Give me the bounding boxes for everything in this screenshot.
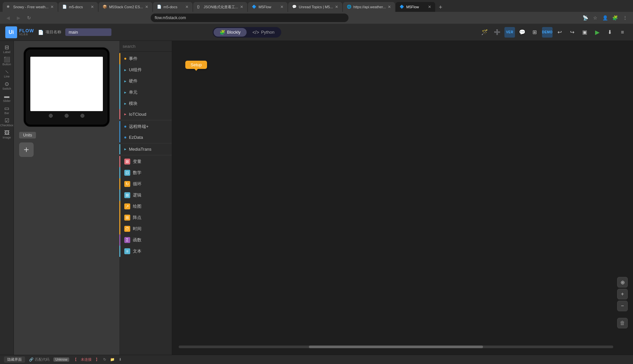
blockly-mode-button[interactable]: 🧩 Blockly <box>214 28 247 37</box>
tab-close-2[interactable]: ✕ <box>145 5 148 9</box>
cast-icon[interactable]: 📡 <box>582 14 589 22</box>
tab-close-6[interactable]: ✕ <box>335 5 338 9</box>
magic-tool-button[interactable]: 🪄 <box>479 27 490 38</box>
cat-label-1: UI组件 <box>129 67 142 73</box>
menu-button[interactable]: ≡ <box>617 27 628 38</box>
zoom-in-button[interactable]: + <box>617 289 628 299</box>
search-input[interactable] <box>123 44 172 49</box>
category-item-10[interactable]: ⊡数学 <box>119 167 172 178</box>
python-mode-button[interactable]: </> Python <box>247 28 281 37</box>
widget-item-checkbox[interactable]: ☑ Checkbox <box>1 117 13 128</box>
tab-close-7[interactable]: ✕ <box>388 5 391 9</box>
tab-close-8[interactable]: ✕ <box>428 5 431 9</box>
category-item-12[interactable]: ⊠逻辑 <box>119 190 172 201</box>
setup-block[interactable]: Setup <box>185 61 207 69</box>
browser-tab-6[interactable]: 💬Unread Topics | M5...✕ <box>288 2 342 12</box>
tab-close-3[interactable]: ✕ <box>185 5 189 9</box>
category-item-8[interactable]: ▶MediaTrans <box>119 144 172 154</box>
python-label: Python <box>261 30 274 35</box>
compass-button[interactable]: ⊕ <box>617 277 628 288</box>
address-bar[interactable] <box>151 14 348 22</box>
canvas-scrollbar[interactable] <box>179 346 613 348</box>
widget-item-bar[interactable]: ▭ Bar <box>1 105 13 116</box>
add-tool-button[interactable]: ➕ <box>492 27 502 38</box>
download-button[interactable]: ⬇ <box>605 27 615 38</box>
widget-item-switch[interactable]: ⊙ Switch <box>1 80 13 92</box>
widget-item-slider[interactable]: ▬ Slider <box>1 92 13 104</box>
folder-icon[interactable]: 📁 <box>110 357 115 362</box>
tab-favicon-0: ❄ <box>7 5 11 9</box>
refresh-status-icon[interactable]: ↻ <box>103 357 106 362</box>
category-item-13[interactable]: ↗绘图 <box>119 201 172 212</box>
hide-ui-button[interactable]: 隐藏界面 <box>4 356 25 363</box>
category-item-15[interactable]: ⏱时间 <box>119 223 172 234</box>
project-name-input[interactable] <box>65 28 111 36</box>
browser-chrome: ❄Snowy - Free weath...✕📄m5-docs✕📦M5Stack… <box>0 0 633 24</box>
tab-close-5[interactable]: ✕ <box>280 5 284 9</box>
grid-tool-button[interactable]: ⊞ <box>529 27 540 38</box>
category-item-5[interactable]: ▶IoTCloud <box>119 109 172 119</box>
browser-tab-0[interactable]: ❄Snowy - Free weath...✕ <box>3 2 58 12</box>
settings-icon[interactable]: ⋮ <box>621 14 629 22</box>
device-btn-c[interactable] <box>80 114 84 118</box>
chat-tool-button[interactable]: 💬 <box>517 27 528 38</box>
device-btn-b[interactable] <box>65 114 69 118</box>
browser-tab-4[interactable]: {}JSON格式化查看工...✕ <box>193 2 248 12</box>
ver-button[interactable]: VER <box>504 27 515 38</box>
redo-button[interactable]: ↪ <box>567 27 578 38</box>
widget-item-label[interactable]: ⊟ Label <box>1 44 13 55</box>
tab-label-6: Unread Topics | M5... <box>299 5 333 9</box>
undo-button[interactable]: ↩ <box>555 27 565 38</box>
browser-tab-3[interactable]: 📄m5-docs✕ <box>153 2 193 12</box>
cat-label-15: 时间 <box>133 226 141 232</box>
add-unit-button[interactable]: + <box>19 142 34 157</box>
category-item-9[interactable]: ⊠变量 <box>119 156 172 167</box>
category-item-17[interactable]: ≡文本 <box>119 246 172 257</box>
category-item-4[interactable]: ▶模块 <box>119 98 172 109</box>
bookmark-icon[interactable]: ☆ <box>591 14 599 22</box>
download-status-icon[interactable]: ⬇ <box>119 357 122 362</box>
category-item-3[interactable]: ▶单元 <box>119 87 172 98</box>
category-item-16[interactable]: Σ函数 <box>119 234 172 246</box>
back-button[interactable]: ◀ <box>4 14 12 22</box>
tab-close-1[interactable]: ✕ <box>91 5 94 9</box>
widget-item-button[interactable]: ⬛ Button <box>1 56 13 67</box>
run-button[interactable]: ▶ <box>592 27 603 38</box>
category-item-11[interactable]: ↻循环 <box>119 178 172 190</box>
profile-icon[interactable]: 👤 <box>601 14 609 22</box>
browser-tab-5[interactable]: 🔷M5Flow✕ <box>248 2 287 12</box>
refresh-button[interactable]: ↻ <box>25 14 33 22</box>
zoom-out-button[interactable]: − <box>617 301 628 311</box>
cat-icon-11: ↻ <box>124 181 130 187</box>
tab-close-4[interactable]: ✕ <box>240 5 243 9</box>
browser-tab-2[interactable]: 📦M5Stack Core2 ES...✕ <box>99 2 152 12</box>
tab-close-0[interactable]: ✕ <box>50 5 54 9</box>
category-item-0[interactable]: 事件 <box>119 53 172 64</box>
extensions-icon[interactable]: 🧩 <box>611 14 619 22</box>
switch-widget-icon: ⊙ <box>5 81 9 87</box>
demo-button[interactable]: DEMO <box>542 27 553 38</box>
search-bar: 🔍 <box>119 41 172 52</box>
trash-button[interactable]: 🗑 <box>617 318 628 328</box>
monitor-button[interactable]: ▣ <box>580 27 590 38</box>
category-item-14[interactable]: ⊞阵点 <box>119 212 172 223</box>
button-widget-icon: ⬛ <box>4 57 10 62</box>
device-btn-a[interactable] <box>49 114 53 118</box>
widget-item-line[interactable]: ⟍ Line <box>1 68 13 79</box>
category-item-7[interactable]: EzData <box>119 132 172 142</box>
forward-button[interactable]: ▶ <box>15 14 22 22</box>
category-item-1[interactable]: ▶UI组件 <box>119 64 172 76</box>
browser-tab-8[interactable]: 🔷M5Flow✕ <box>396 2 435 12</box>
tab-label-5: M5Flow <box>258 5 278 9</box>
cat-icon-13: ↗ <box>124 203 130 209</box>
category-item-2[interactable]: ▶硬件 <box>119 76 172 87</box>
widget-item-image[interactable]: 🖼 Image <box>1 129 13 140</box>
line-widget-icon: ⟍ <box>4 69 10 75</box>
new-tab-button[interactable]: + <box>436 3 445 12</box>
browser-tab-1[interactable]: 📄m5-docs✕ <box>58 2 98 12</box>
nav-icons: 📡 ☆ 👤 🧩 ⋮ <box>582 14 629 22</box>
canvas-area[interactable]: Setup ⊕ + − 🗑 <box>172 41 633 355</box>
browser-tab-7[interactable]: 🌐https://api.weather...✕ <box>343 2 395 12</box>
cat-label-7: EzData <box>129 135 143 140</box>
category-item-6[interactable]: 远程终端+ <box>119 121 172 132</box>
